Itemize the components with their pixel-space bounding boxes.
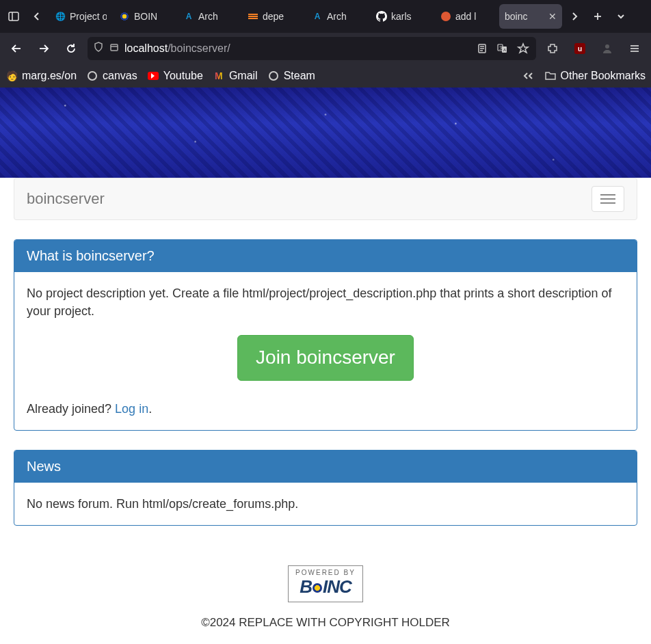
stackoverflow-icon [248, 11, 258, 22]
tab-label: Arch [198, 11, 218, 22]
duckduckgo-icon [440, 11, 451, 22]
tab-duckduckgo[interactable]: add l [435, 4, 498, 29]
account-icon[interactable] [596, 38, 618, 59]
bookmark-label: Youtube [163, 70, 203, 82]
copyright-text: ©2024 REPLACE WITH COPYRIGHT HOLDER [0, 616, 651, 630]
tab-label: Project o [70, 11, 107, 22]
bookmark-label: canvas [103, 70, 137, 82]
powered-by-text: POWERED BY [295, 569, 356, 576]
site-brand[interactable]: boincserver [27, 190, 105, 208]
svg-rect-6 [111, 44, 118, 51]
folder-icon [544, 70, 557, 82]
tab-label: BOIN [134, 11, 157, 22]
svg-point-17 [605, 44, 609, 49]
arch-icon: A [312, 11, 323, 22]
reader-mode-icon[interactable] [475, 41, 490, 56]
tab-project[interactable]: 🌐 Project o [49, 4, 112, 29]
lock-icon[interactable] [109, 42, 119, 55]
site-navbar: boincserver [14, 178, 637, 220]
bookmark-gmail[interactable]: M Gmail [213, 70, 258, 82]
tab-label: boinc [505, 11, 527, 22]
other-bookmarks[interactable]: Other Bookmarks [544, 70, 646, 82]
tab-scroll-left-icon[interactable] [26, 5, 48, 27]
svg-rect-0 [9, 12, 18, 21]
tab-stackoverflow[interactable]: depe [242, 4, 305, 29]
panel-news: News No news forum. Run html/ops/create_… [14, 450, 637, 526]
nav-toggle-button[interactable] [592, 186, 624, 212]
panel-title: News [14, 451, 637, 483]
bookmark-steam[interactable]: Steam [267, 70, 315, 82]
bookmark-label: Steam [284, 70, 315, 82]
bookmark-label: Gmail [229, 70, 258, 82]
tab-scroll-right-icon[interactable] [563, 5, 585, 27]
already-joined-text: Already joined? Log in. [27, 400, 624, 418]
youtube-icon [147, 70, 159, 82]
tab-boincserver[interactable]: boinc ✕ [499, 4, 562, 29]
url-text: localhost/boincserver/ [124, 42, 230, 55]
site-icon: 🧑 [5, 70, 18, 82]
bookmark-youtube[interactable]: Youtube [147, 70, 203, 82]
address-bar[interactable]: localhost/boincserver/ 文A [88, 37, 536, 60]
tab-label: add l [455, 11, 476, 22]
footer: POWERED BY BINC ©2024 REPLACE WITH COPYR… [0, 565, 651, 630]
svg-text:A: A [503, 48, 506, 52]
join-button[interactable]: Join boincserver [237, 335, 414, 381]
tab-boinc[interactable]: BOIN [114, 4, 176, 29]
reload-button[interactable] [60, 38, 82, 59]
tab-label: Arch [327, 11, 347, 22]
boinc-wordmark: BINC [295, 576, 356, 598]
news-body: No news forum. Run html/ops/create_forum… [14, 483, 637, 525]
panel-what-is: What is boincserver? No project descript… [14, 239, 637, 431]
boinc-logo[interactable]: POWERED BY BINC [288, 565, 363, 602]
github-icon [376, 11, 387, 22]
new-tab-button[interactable] [587, 5, 609, 27]
tab-arch-1[interactable]: A Arch [178, 4, 241, 29]
page-viewport: boincserver What is boincserver? No proj… [0, 88, 651, 644]
close-icon[interactable]: ✕ [548, 11, 557, 22]
sidebar-toggle-icon[interactable] [3, 5, 25, 27]
shield-icon[interactable] [93, 42, 104, 55]
translate-icon[interactable]: 文A [495, 41, 510, 56]
login-link[interactable]: Log in [115, 402, 148, 416]
back-button[interactable] [5, 38, 27, 59]
bookmarks-bar: 🧑 marg.es/on canvas Youtube M Gmail Stea… [0, 64, 651, 88]
toolbar: localhost/boincserver/ 文A u [0, 33, 651, 64]
boinc-icon [119, 11, 130, 22]
hero-image [0, 88, 651, 178]
bookmark-label: Other Bookmarks [561, 70, 646, 82]
menu-icon[interactable] [624, 38, 646, 59]
svg-marker-16 [518, 44, 528, 53]
gmail-icon: M [213, 70, 225, 82]
tab-label: karls [391, 11, 412, 22]
bookmark-star-icon[interactable] [516, 41, 531, 56]
bookmark-canvas[interactable]: canvas [86, 70, 137, 82]
tab-strip: 🌐 Project o BOIN A Arch depe A Arch karl… [0, 0, 651, 33]
panel-title: What is boincserver? [14, 240, 637, 272]
canvas-icon [86, 70, 98, 82]
tab-arch-2[interactable]: A Arch [306, 4, 369, 29]
globe-icon: 🌐 [55, 11, 66, 22]
bookmarks-overflow-icon[interactable] [522, 71, 535, 81]
steam-icon [267, 70, 280, 82]
bookmark-marges[interactable]: 🧑 marg.es/on [5, 70, 77, 82]
ublock-icon[interactable]: u [569, 38, 591, 59]
project-description: No project description yet. Create a fil… [27, 284, 624, 320]
extensions-icon[interactable] [542, 38, 563, 59]
tabs-dropdown-icon[interactable] [610, 5, 632, 27]
arch-icon: A [183, 11, 194, 22]
tab-github[interactable]: karls [371, 4, 434, 29]
bookmark-label: marg.es/on [22, 70, 77, 82]
tab-label: depe [263, 11, 284, 22]
forward-button[interactable] [33, 38, 55, 59]
